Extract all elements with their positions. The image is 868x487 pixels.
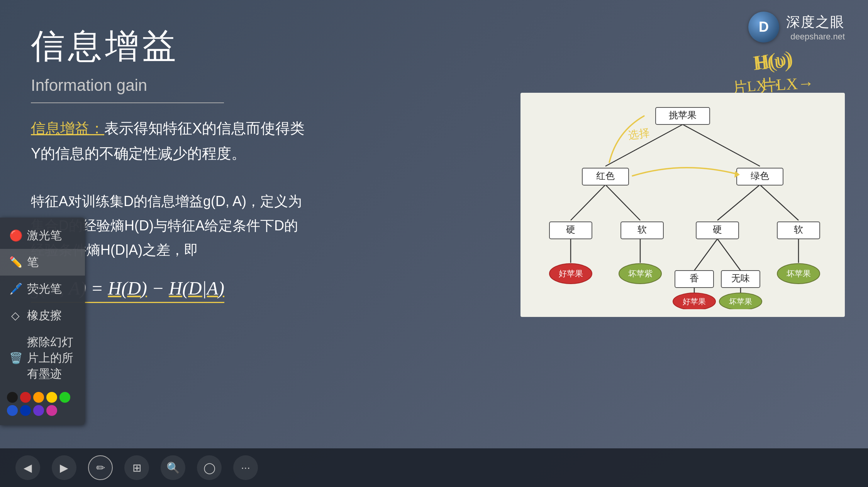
clear-icon: 🗑️ <box>9 352 22 364</box>
svg-text:坏苹果: 坏苹果 <box>729 297 752 306</box>
color-yellow[interactable] <box>46 392 57 403</box>
highlight-icon: 🖊️ <box>9 283 22 295</box>
svg-line-6 <box>605 185 640 220</box>
svg-text:香: 香 <box>690 273 699 283</box>
toolbar-item-pen[interactable]: ✏️ 笔 <box>0 249 85 276</box>
logo-name: 深度之眼 <box>786 13 845 32</box>
logo-icon: D <box>748 12 779 43</box>
svg-text:无味: 无味 <box>731 273 750 283</box>
highlight-label: 荧光笔 <box>27 281 62 297</box>
toolbar-item-laser[interactable]: 🔴 激光笔 <box>0 222 85 249</box>
color-green[interactable] <box>59 392 70 403</box>
svg-text:坏苹紫: 坏苹紫 <box>628 269 653 278</box>
clear-label: 擦除幻灯片上的所有墨迹 <box>27 334 76 382</box>
svg-text:软: 软 <box>637 224 647 235</box>
grid-button[interactable]: ⊞ <box>124 455 149 480</box>
color-orange[interactable] <box>33 392 44 403</box>
laser-pen-label: 激光笔 <box>27 228 62 244</box>
svg-text:红色: 红色 <box>596 170 615 181</box>
svg-text:硬: 硬 <box>566 224 575 235</box>
color-pink[interactable] <box>46 405 57 416</box>
color-red[interactable] <box>20 392 31 403</box>
eraser-icon: ◇ <box>9 309 22 322</box>
logo-section: D 深度之眼 deepshare.net <box>748 12 845 43</box>
laser-pen-icon: 🔴 <box>9 229 22 242</box>
svg-text:好苹果: 好苹果 <box>683 297 706 306</box>
toolbar-item-highlight[interactable]: 🖊️ 荧光笔 <box>0 276 85 302</box>
main-title: 信息增益 <box>31 23 224 69</box>
tree-container: 挑苹果 红色 绿色 硬 软 硬 软 好苹果 坏苹紫 香 <box>520 93 845 317</box>
svg-text:硬: 硬 <box>713 224 722 235</box>
svg-line-7 <box>717 185 760 220</box>
logo-url: deepshare.net <box>786 32 845 42</box>
eraser-label: 橡皮擦 <box>27 308 62 324</box>
fullscreen-button[interactable]: ◯ <box>197 455 222 480</box>
toolbar-item-clear[interactable]: 🗑️ 擦除幻灯片上的所有墨迹 <box>0 329 85 387</box>
slide-background: D 深度之眼 deepshare.net 信息增益 Information ga… <box>0 0 868 487</box>
svg-text:选择: 选择 <box>627 126 651 141</box>
color-palette <box>0 387 85 421</box>
definition-label: 信息增益： <box>31 120 104 136</box>
title-divider <box>31 102 224 103</box>
next-button[interactable]: ▶ <box>52 455 76 480</box>
pen-icon: ✏️ <box>9 256 22 269</box>
definition-paragraph: 信息增益：表示得知特征X的信息而使得类Y的信息的不确定性减少的程度。 <box>31 116 309 166</box>
svg-text:坏苹果: 坏苹果 <box>786 269 811 278</box>
subtitle: Information gain <box>31 76 224 95</box>
logo-text: 深度之眼 deepshare.net <box>786 13 845 42</box>
svg-text:绿色: 绿色 <box>751 170 769 181</box>
pen-tool-button[interactable]: ✏ <box>88 455 113 480</box>
svg-text:软: 软 <box>794 224 803 235</box>
pen-label: 笔 <box>27 254 39 270</box>
toolbar-item-eraser[interactable]: ◇ 橡皮擦 <box>0 302 85 329</box>
tree-svg: 挑苹果 红色 绿色 硬 软 硬 软 好苹果 坏苹紫 香 <box>528 100 837 309</box>
bottom-bar: ◀ ▶ ✏ ⊞ 🔍 ◯ ··· <box>0 448 868 487</box>
search-button[interactable]: 🔍 <box>161 455 185 480</box>
color-purple[interactable] <box>33 405 44 416</box>
svg-line-5 <box>571 185 605 220</box>
color-black[interactable] <box>7 392 18 403</box>
prev-button[interactable]: ◀ <box>15 455 40 480</box>
svg-line-4 <box>683 124 760 166</box>
title-section: 信息增益 Information gain <box>31 23 224 103</box>
svg-line-12 <box>717 239 741 271</box>
svg-text:好苹果: 好苹果 <box>559 269 583 278</box>
svg-text:挑苹果: 挑苹果 <box>669 110 697 120</box>
color-dark-blue[interactable] <box>20 405 31 416</box>
svg-line-11 <box>694 239 717 271</box>
svg-line-8 <box>760 185 798 220</box>
hw-annotation-hy: H(υ) <box>752 49 792 75</box>
svg-text:H(υ): H(υ) <box>754 47 794 74</box>
more-button[interactable]: ··· <box>233 455 258 480</box>
toolbar-popup: 🔴 激光笔 ✏️ 笔 🖊️ 荧光笔 ◇ 橡皮擦 🗑️ 擦除幻灯片上的所有墨迹 <box>0 218 85 425</box>
color-blue[interactable] <box>7 405 18 416</box>
